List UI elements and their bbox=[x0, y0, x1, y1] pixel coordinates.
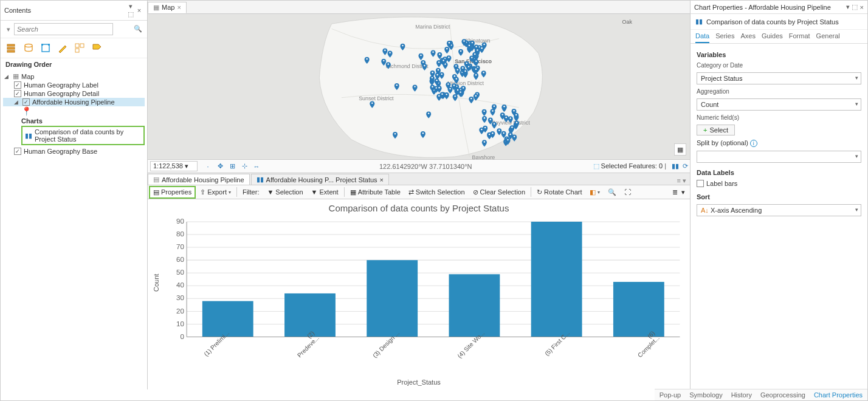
category-select[interactable]: Project Status bbox=[697, 72, 861, 84]
svg-point-135 bbox=[422, 132, 424, 134]
tab-series[interactable]: Series bbox=[715, 30, 734, 43]
layer-tree: ◢▦Map ✓Human Geography Label ✓Human Geog… bbox=[1, 70, 147, 157]
refresh-icon[interactable]: ⟳ bbox=[681, 162, 690, 170]
svg-text:80: 80 bbox=[176, 230, 184, 238]
tab-chart[interactable]: ▮▮Affordable Housing P... Project Status… bbox=[251, 174, 389, 185]
y-axis-label: Count bbox=[151, 216, 161, 349]
nav-icon[interactable]: ✥ bbox=[215, 162, 226, 171]
svg-point-107 bbox=[484, 127, 486, 128]
tab-guides[interactable]: Guides bbox=[762, 30, 783, 43]
map-view[interactable]: Marina District Chinatown Richmond Distr… bbox=[148, 14, 690, 159]
pause-icon[interactable]: ▮▮ bbox=[670, 162, 681, 170]
svg-point-118 bbox=[503, 106, 505, 107]
snap-icon[interactable]: ⊹ bbox=[239, 162, 250, 171]
full-extent-button[interactable]: ⛶ bbox=[621, 187, 635, 197]
tab-format[interactable]: Format bbox=[789, 30, 810, 43]
close-icon[interactable]: × bbox=[858, 4, 864, 11]
zoom-button[interactable]: 🔍 bbox=[604, 187, 620, 198]
filter-selection-button[interactable]: ▼Selection bbox=[263, 187, 306, 197]
tab-data[interactable]: Data bbox=[695, 30, 709, 43]
place-oak: Oak bbox=[622, 19, 633, 25]
list-by-drawing-icon[interactable] bbox=[5, 42, 18, 54]
place-bayshore: Bayshore bbox=[472, 154, 495, 159]
list-by-editing-icon[interactable] bbox=[57, 42, 69, 54]
layer-hgl[interactable]: ✓Human Geography Label bbox=[3, 81, 145, 89]
select-field-button[interactable]: +Select bbox=[697, 125, 735, 135]
svg-point-87 bbox=[460, 91, 461, 92]
charts-heading: Charts bbox=[3, 116, 145, 126]
svg-point-98 bbox=[506, 117, 507, 118]
list-by-snapping-icon[interactable] bbox=[74, 42, 86, 54]
chart-area: Comparison of data counts by Project Sta… bbox=[148, 199, 690, 389]
tab-menu-icon[interactable]: ≡ ▾ bbox=[673, 177, 690, 185]
chart-props-subtitle: ▮▮ Comparison of data counts by Project … bbox=[691, 14, 867, 30]
search-icon[interactable]: 🔍 bbox=[134, 25, 142, 33]
close-tab-icon[interactable]: × bbox=[177, 4, 181, 11]
info-icon[interactable]: i bbox=[750, 140, 757, 147]
status-symbology[interactable]: Symbology bbox=[689, 391, 722, 399]
plus-icon: + bbox=[703, 126, 707, 134]
map-node[interactable]: ◢▦Map bbox=[3, 72, 145, 81]
color-button[interactable]: ◧▾ bbox=[586, 187, 604, 198]
status-popup[interactable]: Pop-up bbox=[660, 391, 681, 399]
list-by-labeling-icon[interactable] bbox=[91, 42, 103, 54]
svg-point-56 bbox=[470, 98, 472, 99]
svg-point-16 bbox=[439, 53, 440, 55]
search-input[interactable] bbox=[14, 23, 113, 35]
aggregation-select[interactable]: Count bbox=[697, 98, 861, 111]
close-icon[interactable]: × bbox=[135, 7, 143, 14]
svg-point-114 bbox=[515, 114, 517, 115]
status-chart-properties[interactable]: Chart Properties bbox=[814, 391, 863, 399]
label-bars-checkbox[interactable]: Label bars bbox=[697, 180, 861, 187]
svg-point-44 bbox=[432, 77, 433, 78]
svg-point-115 bbox=[516, 122, 517, 123]
status-history[interactable]: History bbox=[731, 391, 752, 399]
svg-point-92 bbox=[494, 106, 495, 107]
export-button[interactable]: ⇪Export▾ bbox=[196, 187, 235, 198]
scale-selector[interactable]: 1:122,538 ▾ bbox=[150, 161, 198, 171]
svg-point-130 bbox=[383, 60, 384, 61]
tab-attr-table[interactable]: ▤Affordable Housing Pipeline bbox=[148, 174, 250, 185]
list-by-source-icon[interactable] bbox=[22, 42, 35, 54]
svg-point-55 bbox=[483, 72, 484, 73]
svg-point-103 bbox=[483, 111, 484, 112]
layer-ahp[interactable]: ◢✓Affordable Housing Pipeline bbox=[3, 98, 145, 106]
properties-button[interactable]: ▤Properties bbox=[149, 186, 196, 199]
sort-select[interactable]: A↓ X-axis Ascending bbox=[697, 204, 861, 216]
svg-point-83 bbox=[449, 42, 450, 43]
map-status: 1:122,538 ▾ · ✥ ⊞ ⊹ ↔ 122.6142920°W 37.7… bbox=[148, 159, 690, 173]
constraint-icon[interactable]: ⊞ bbox=[227, 162, 238, 171]
list-by-selection-icon[interactable] bbox=[40, 42, 52, 54]
legend-icon[interactable]: ≣ bbox=[672, 188, 678, 196]
svg-point-85 bbox=[477, 49, 478, 50]
chart-item[interactable]: ▮▮Comparison of data counts by Project S… bbox=[21, 126, 145, 145]
tab-axes[interactable]: Axes bbox=[740, 30, 755, 43]
svg-rect-7 bbox=[75, 44, 79, 47]
svg-point-123 bbox=[420, 55, 421, 56]
layer-hgd[interactable]: ✓Human Geography Detail bbox=[3, 89, 145, 98]
rotate-chart-button[interactable]: ↻Rotate Chart bbox=[533, 187, 585, 198]
pin-icon[interactable]: ▾ ⬚ bbox=[126, 2, 135, 18]
filter-extent-button[interactable]: ▼Extent bbox=[308, 187, 342, 197]
svg-rect-9 bbox=[75, 49, 79, 52]
svg-point-75 bbox=[441, 94, 443, 95]
basemap-icon[interactable]: ▦ bbox=[674, 143, 686, 156]
svg-point-61 bbox=[483, 44, 484, 45]
status-geoprocessing[interactable]: Geoprocessing bbox=[760, 391, 805, 399]
pause-draw-icon[interactable]: · bbox=[202, 162, 213, 171]
svg-point-122 bbox=[384, 50, 385, 51]
switch-selection-button[interactable]: ⇄Switch Selection bbox=[405, 187, 469, 198]
attribute-table-button[interactable]: ▦Attribute Table bbox=[346, 187, 404, 198]
chart-plot[interactable]: 0102030405060708090 bbox=[161, 216, 686, 349]
layer-hgb[interactable]: ✓Human Geography Base bbox=[3, 147, 145, 156]
svg-rect-2 bbox=[7, 50, 15, 52]
filter-icon[interactable]: ▾ bbox=[3, 26, 14, 33]
tab-general[interactable]: General bbox=[816, 30, 840, 43]
pin-icon[interactable]: ▾ ⬚ bbox=[846, 3, 858, 11]
close-icon[interactable]: × bbox=[380, 176, 384, 183]
more-icon[interactable]: ▾ bbox=[681, 188, 685, 196]
split-by-select[interactable] bbox=[697, 151, 861, 163]
map-tab[interactable]: ▦Map× bbox=[148, 2, 187, 13]
correction-icon[interactable]: ↔ bbox=[251, 162, 262, 171]
contents-title: Contents bbox=[4, 7, 126, 14]
